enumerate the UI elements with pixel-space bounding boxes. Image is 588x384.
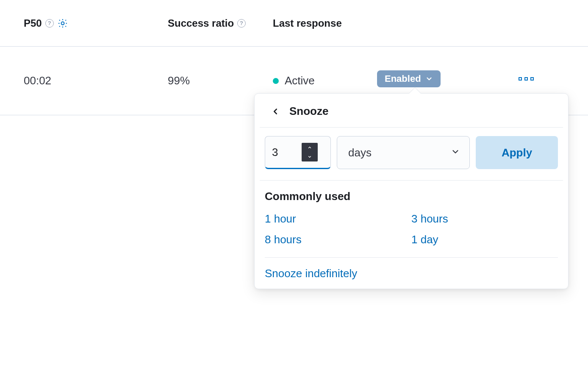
enabled-dropdown[interactable]: Enabled — [377, 70, 441, 87]
chevron-down-icon — [451, 146, 460, 159]
last-response-status: Active — [285, 74, 315, 87]
chevron-down-icon — [425, 75, 433, 83]
cell-p50: 00:02 — [24, 74, 168, 87]
column-header-p50[interactable]: P50 ? — [24, 17, 168, 29]
status-dot-icon — [273, 78, 279, 84]
snooze-indefinitely-link[interactable]: Snooze indefinitely — [265, 258, 357, 280]
common-option-1-hour[interactable]: 1 hour — [265, 212, 296, 225]
cell-success-ratio: 99% — [168, 74, 273, 87]
stepper-down-icon[interactable] — [302, 152, 318, 161]
commonly-used-section: Commonly used 1 hour 3 hours 8 hours 1 d… — [255, 181, 568, 280]
popover-title: Snooze — [289, 105, 328, 118]
quantity-stepper[interactable] — [302, 143, 318, 161]
more-actions-button[interactable] — [519, 77, 534, 81]
table-header-row: P50 ? Success ratio ? Last response — [0, 0, 588, 47]
duration-input-wrapper[interactable] — [265, 136, 331, 169]
cell-last-response: Active — [273, 74, 383, 87]
commonly-used-label: Commonly used — [265, 190, 558, 203]
help-icon[interactable]: ? — [237, 19, 246, 28]
common-option-1-day[interactable]: 1 day — [411, 233, 438, 246]
apply-button[interactable]: Apply — [476, 136, 558, 169]
back-button[interactable] — [269, 105, 282, 118]
unit-select-value: days — [348, 146, 372, 159]
apply-button-label: Apply — [502, 146, 532, 159]
snooze-popover: Snooze days Apply Commonly used — [254, 93, 569, 289]
duration-input[interactable] — [272, 146, 297, 159]
common-option-3-hours[interactable]: 3 hours — [411, 212, 448, 225]
unit-select[interactable]: days — [337, 136, 470, 169]
commonly-used-grid: 1 hour 3 hours 8 hours 1 day — [265, 212, 558, 258]
gear-icon[interactable] — [57, 18, 68, 29]
column-header-p50-label: P50 — [24, 17, 42, 29]
column-header-last-response-label: Last response — [273, 17, 342, 29]
common-option-8-hours[interactable]: 8 hours — [265, 233, 302, 246]
help-icon[interactable]: ? — [45, 19, 54, 28]
column-header-success-ratio[interactable]: Success ratio ? — [168, 17, 273, 29]
stepper-up-icon[interactable] — [302, 143, 318, 152]
square-icon — [530, 77, 534, 81]
square-icon — [519, 77, 522, 81]
svg-point-0 — [61, 22, 64, 25]
column-header-last-response[interactable]: Last response — [273, 17, 383, 29]
popover-header: Snooze — [260, 94, 563, 128]
square-icon — [524, 77, 528, 81]
enabled-label: Enabled — [385, 73, 421, 84]
column-header-success-ratio-label: Success ratio — [168, 17, 234, 29]
popover-controls: days Apply — [260, 128, 563, 181]
